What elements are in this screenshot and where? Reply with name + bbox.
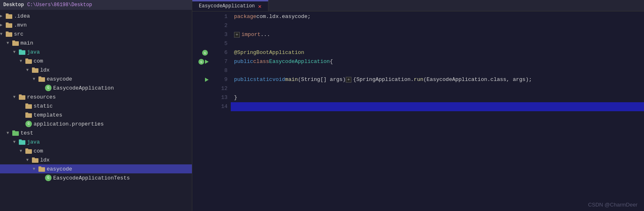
tree-item-mvn[interactable]: ▶ .mvn	[0, 20, 192, 29]
breadcrumb: Desktop C:\Users\86198\Desktop	[0, 0, 192, 10]
tree-item-templates[interactable]: templates	[0, 110, 192, 119]
folder-icon	[19, 94, 25, 100]
tree-item-testeasycode[interactable]: ▼ easycode	[0, 164, 192, 173]
tree-item-ldx[interactable]: ▼ ldx	[0, 65, 192, 74]
gutter-column: GG	[192, 11, 210, 211]
tab-easycode-application[interactable]: EasycodeApplication ✕	[192, 0, 268, 11]
svg-rect-9	[19, 49, 22, 51]
svg-rect-25	[19, 139, 22, 141]
spring-gutter-icon[interactable]: G	[198, 59, 204, 65]
line-number: 13	[210, 93, 227, 102]
tree-label: ldx	[40, 157, 50, 163]
folder-arrow-icon: ▶	[0, 13, 6, 18]
svg-rect-22	[12, 131, 19, 136]
tree-label: .mvn	[14, 22, 27, 28]
tree-item-static[interactable]: static	[0, 101, 192, 110]
tree-label: templates	[34, 112, 62, 118]
svg-rect-15	[38, 76, 41, 78]
code-line	[231, 21, 644, 30]
file-tree[interactable]: ▶ .idea▶ .mvn▼ src▼ main▼ java▼ com▼ ldx…	[0, 10, 192, 211]
folder-arrow-icon: ▼	[20, 59, 25, 63]
close-tab-button[interactable]: ✕	[258, 3, 261, 10]
code-area: GG 12356789121314 package com.ldx.easyco…	[192, 11, 644, 211]
tree-item-main[interactable]: ▼ main	[0, 38, 192, 47]
code-line	[231, 102, 644, 111]
gutter-row	[192, 39, 210, 48]
tree-item-testldx[interactable]: ▼ ldx	[0, 155, 192, 164]
folder-icon	[25, 103, 32, 109]
line-number: 7	[210, 57, 227, 66]
folder-arrow-icon: ▼	[33, 167, 38, 171]
folder-arrow-icon: ▼	[26, 68, 32, 72]
code-line: @SpringBootApplication	[231, 48, 644, 57]
tree-label: test	[20, 130, 33, 136]
tree-label: application.properties	[34, 121, 104, 127]
tree-label: easycode	[47, 166, 72, 172]
tree-item-testcom[interactable]: ▼ com	[0, 146, 192, 155]
gutter-row: G	[192, 57, 210, 66]
tree-item-idea[interactable]: ▶ .idea	[0, 11, 192, 20]
svg-rect-20	[25, 113, 32, 118]
folder-icon	[12, 40, 19, 46]
svg-rect-29	[32, 157, 35, 159]
gutter-row	[192, 75, 210, 84]
svg-rect-19	[25, 103, 28, 105]
svg-rect-3	[6, 22, 9, 24]
folder-arrow-icon: ▶	[0, 22, 6, 27]
tree-item-test[interactable]: ▼ test	[0, 128, 192, 137]
svg-rect-4	[6, 32, 12, 37]
line-number: 8	[210, 66, 227, 75]
tree-item-easycode[interactable]: ▼ easycode	[0, 74, 192, 83]
tab-bar: EasycodeApplication ✕	[192, 0, 644, 11]
code-content[interactable]: package com.ldx.easycode;+import ...@Spr…	[231, 11, 644, 211]
tree-label: main	[20, 40, 33, 46]
spring-gutter-icon[interactable]: G	[202, 50, 208, 56]
svg-rect-26	[25, 149, 32, 154]
tree-item-applicationProperties[interactable]: Gapplication.properties	[0, 119, 192, 128]
gutter-row	[192, 21, 210, 30]
svg-rect-13	[32, 67, 35, 69]
svg-rect-7	[12, 40, 15, 42]
tree-label: com	[34, 148, 43, 154]
tree-label: java	[27, 139, 40, 145]
tree-item-resources[interactable]: ▼ resources	[0, 92, 192, 101]
line-number: 1	[210, 12, 227, 21]
code-line	[231, 39, 644, 48]
run-gutter-icon[interactable]	[205, 60, 209, 64]
folder-arrow-icon: ▼	[33, 77, 38, 81]
svg-rect-0	[6, 14, 12, 19]
tree-item-testjava[interactable]: ▼ java	[0, 137, 192, 146]
run-gutter-icon[interactable]	[205, 78, 209, 82]
svg-rect-27	[25, 148, 28, 150]
svg-rect-24	[19, 140, 25, 145]
folder-arrow-icon: ▼	[7, 41, 12, 45]
gutter-row	[192, 102, 210, 111]
breadcrumb-path: C:\Users\86198\Desktop	[27, 2, 92, 8]
tree-item-EasycodeApplicationTests[interactable]: GEasycodeApplicationTests	[0, 173, 192, 182]
tree-label: EasycodeApplicationTests	[53, 175, 130, 181]
svg-rect-6	[12, 41, 19, 46]
tree-item-EasycodeApplication[interactable]: GEasycodeApplication	[0, 83, 192, 92]
collapse-button[interactable]: +	[346, 77, 351, 83]
collapse-button[interactable]: +	[234, 32, 240, 38]
svg-rect-2	[6, 23, 12, 28]
code-line: public static void main(String[] args)+ …	[231, 75, 644, 84]
gutter-row	[192, 12, 210, 21]
watermark: CSDN @CharmDeer	[588, 202, 637, 208]
folder-arrow-icon: ▼	[13, 140, 19, 144]
svg-rect-23	[12, 130, 15, 132]
tree-item-src[interactable]: ▼ src	[0, 29, 192, 38]
gutter-row	[192, 93, 210, 102]
gutter-row	[192, 84, 210, 93]
folder-icon	[19, 139, 25, 145]
folder-arrow-icon: ▼	[13, 50, 19, 54]
tree-item-com[interactable]: ▼ com	[0, 56, 192, 65]
tree-item-java[interactable]: ▼ java	[0, 47, 192, 56]
folder-icon	[6, 13, 12, 19]
folder-icon	[12, 130, 19, 136]
gutter-row	[192, 30, 210, 39]
folder-icon	[25, 148, 32, 154]
tree-label: .idea	[14, 13, 30, 19]
file-tree-panel: Desktop C:\Users\86198\Desktop ▶ .idea▶ …	[0, 0, 192, 211]
folder-icon	[25, 58, 32, 64]
